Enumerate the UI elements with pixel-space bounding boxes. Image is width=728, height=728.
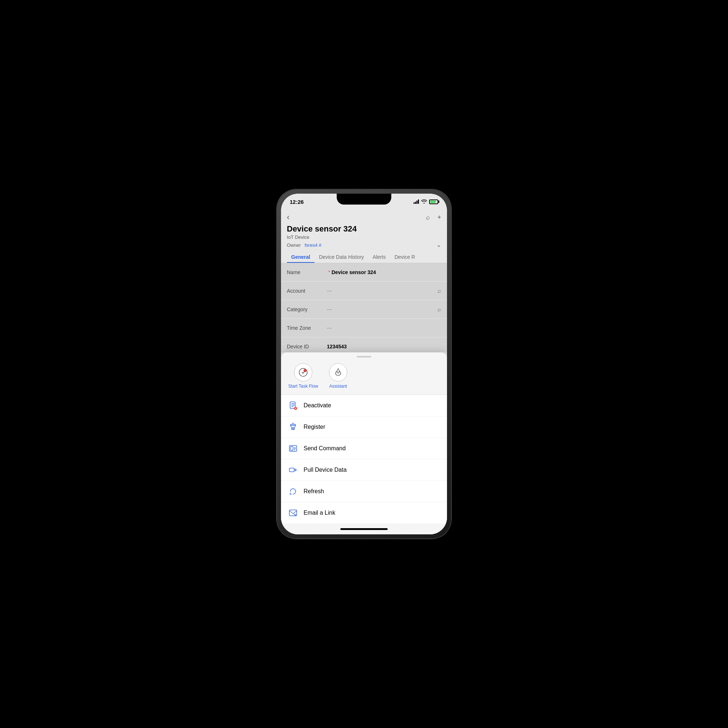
status-icons	[413, 199, 438, 205]
pull-device-data-icon	[288, 465, 298, 475]
start-task-flow-label: Start Task Flow	[288, 384, 318, 389]
assistant-icon	[329, 363, 347, 381]
quick-action-start-task-flow[interactable]: Start Task Flow	[288, 363, 318, 389]
assistant-label: Assistant	[329, 384, 347, 389]
field-category-label: Category	[287, 306, 327, 312]
status-time: 12:26	[290, 199, 304, 205]
field-account-value[interactable]: ---	[327, 288, 434, 294]
field-name-label: Name	[287, 269, 327, 275]
device-subtitle: IoT Device	[287, 234, 441, 240]
field-category: Category --- ⌕	[281, 300, 447, 318]
owner-row: Owner fsres4 # ⌄	[287, 241, 441, 248]
tabs-container: General Device Data History Alerts Devic…	[281, 251, 447, 263]
home-indicator	[281, 523, 447, 534]
screen: 12:26	[281, 194, 447, 534]
svg-point-1	[304, 369, 306, 372]
svg-rect-6	[289, 468, 294, 472]
quick-action-assistant[interactable]: Assistant	[329, 363, 347, 389]
phone-frame: 12:26	[277, 189, 451, 539]
add-button[interactable]: +	[437, 214, 441, 221]
home-bar	[340, 528, 388, 530]
register-icon	[288, 422, 298, 432]
field-deviceid-value: 1234543	[327, 344, 441, 349]
header-nav: ‹ ⌕ +	[287, 213, 441, 222]
field-name: Name * Device sensor 324	[281, 263, 447, 281]
deactivate-label: Deactivate	[304, 402, 331, 409]
app-header: ‹ ⌕ + Device sensor 324 IoT Device Owner…	[281, 210, 447, 251]
search-button[interactable]: ⌕	[426, 214, 430, 221]
start-task-flow-icon	[294, 363, 312, 381]
deactivate-icon	[288, 401, 298, 410]
refresh-label: Refresh	[304, 488, 324, 495]
svg-point-8	[295, 515, 296, 516]
bottom-sheet: Start Task Flow Assistant	[281, 352, 447, 534]
field-category-search[interactable]: ⌕	[437, 306, 441, 313]
header-actions: ⌕ +	[426, 214, 441, 221]
menu-item-pull-device-data[interactable]: Pull Device Data	[281, 459, 447, 481]
notch	[337, 194, 391, 205]
field-timezone-label: Time Zone	[287, 325, 327, 331]
send-command-icon	[288, 444, 298, 453]
status-bar: 12:26	[281, 194, 447, 210]
field-deviceid-label: Device ID	[287, 344, 327, 349]
menu-item-email-link[interactable]: Email a Link	[281, 502, 447, 523]
expand-icon[interactable]: ⌄	[436, 241, 441, 248]
email-link-icon	[288, 508, 298, 518]
menu-list: Deactivate	[281, 395, 447, 523]
pull-device-data-label: Pull Device Data	[304, 466, 347, 473]
tab-device-data-history[interactable]: Device Data History	[315, 251, 369, 263]
owner-label: Owner	[287, 242, 301, 248]
email-link-label: Email a Link	[304, 509, 335, 516]
sheet-handle	[281, 352, 447, 359]
menu-item-register[interactable]: Register	[281, 416, 447, 438]
signal-icon	[413, 199, 419, 204]
back-button[interactable]: ‹	[287, 213, 289, 222]
menu-item-send-command[interactable]: Send Command	[281, 438, 447, 459]
sheet-handle-bar	[357, 356, 371, 358]
wifi-icon	[421, 199, 427, 205]
svg-rect-5	[291, 447, 293, 450]
menu-item-refresh[interactable]: Refresh	[281, 481, 447, 502]
tab-general[interactable]: General	[287, 251, 315, 263]
owner-info: Owner fsres4 #	[287, 242, 321, 248]
tab-device-r[interactable]: Device R	[390, 251, 420, 263]
field-account-label: Account	[287, 288, 327, 294]
register-label: Register	[304, 424, 326, 430]
field-name-value[interactable]: Device sensor 324	[332, 269, 441, 275]
app-content: ‹ ⌕ + Device sensor 324 IoT Device Owner…	[281, 210, 447, 534]
phone-inner: 12:26	[281, 194, 447, 534]
field-name-required: *	[328, 270, 330, 275]
device-title: Device sensor 324	[287, 224, 441, 234]
send-command-label: Send Command	[304, 445, 346, 452]
owner-value[interactable]: fsres4 #	[305, 242, 321, 248]
battery-icon	[429, 199, 438, 204]
battery-fill	[430, 200, 436, 203]
quick-actions: Start Task Flow Assistant	[281, 359, 447, 395]
refresh-icon	[288, 487, 298, 496]
field-timezone: Time Zone ---	[281, 319, 447, 337]
field-category-value[interactable]: ---	[327, 306, 434, 312]
tab-alerts[interactable]: Alerts	[369, 251, 390, 263]
field-deviceid: Device ID 1234543	[281, 337, 447, 352]
menu-item-deactivate[interactable]: Deactivate	[281, 395, 447, 416]
field-account: Account --- ⌕	[281, 282, 447, 300]
fields-container: Name * Device sensor 324 Account --- ⌕ C…	[281, 263, 447, 352]
field-timezone-value[interactable]: ---	[327, 325, 441, 331]
field-account-search[interactable]: ⌕	[437, 288, 441, 294]
